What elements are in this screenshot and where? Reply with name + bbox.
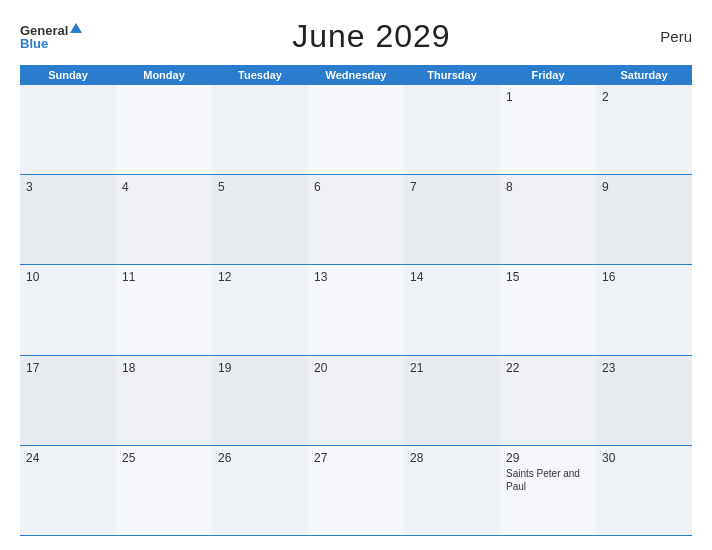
calendar-cell: 2: [596, 85, 692, 174]
calendar-cell: 22: [500, 356, 596, 445]
day-number: 17: [26, 361, 110, 375]
day-number: 30: [602, 451, 686, 465]
calendar-cell: 6: [308, 175, 404, 264]
header-sunday: Sunday: [20, 65, 116, 85]
calendar-cell: 1: [500, 85, 596, 174]
calendar-cell: 7: [404, 175, 500, 264]
logo-blue-text: Blue: [20, 37, 48, 50]
calendar-week-2: 3456789: [20, 175, 692, 265]
calendar-week-1: 12: [20, 85, 692, 175]
header: General Blue June 2029 Peru: [20, 18, 692, 55]
calendar-cell: 24: [20, 446, 116, 535]
day-number: 26: [218, 451, 302, 465]
logo: General Blue: [20, 24, 82, 50]
calendar-week-3: 10111213141516: [20, 265, 692, 355]
day-number: 2: [602, 90, 686, 104]
header-wednesday: Wednesday: [308, 65, 404, 85]
header-saturday: Saturday: [596, 65, 692, 85]
day-number: 13: [314, 270, 398, 284]
page: General Blue June 2029 Peru Sunday Monda…: [0, 0, 712, 550]
calendar-cell: [20, 85, 116, 174]
day-number: 21: [410, 361, 494, 375]
day-number: 8: [506, 180, 590, 194]
calendar-cell: 19: [212, 356, 308, 445]
day-number: 18: [122, 361, 206, 375]
header-thursday: Thursday: [404, 65, 500, 85]
day-number: 19: [218, 361, 302, 375]
calendar-cell: 25: [116, 446, 212, 535]
calendar-cell: [116, 85, 212, 174]
day-number: 6: [314, 180, 398, 194]
calendar-cell: 17: [20, 356, 116, 445]
header-friday: Friday: [500, 65, 596, 85]
calendar-cell: 13: [308, 265, 404, 354]
calendar-cell: 28: [404, 446, 500, 535]
calendar-cell: 27: [308, 446, 404, 535]
calendar-cell: 16: [596, 265, 692, 354]
day-number: 28: [410, 451, 494, 465]
calendar-cell: 23: [596, 356, 692, 445]
day-number: 29: [506, 451, 590, 465]
calendar-cell: 9: [596, 175, 692, 264]
calendar-cell: [212, 85, 308, 174]
calendar-cell: 20: [308, 356, 404, 445]
day-number: 11: [122, 270, 206, 284]
calendar-cell: 14: [404, 265, 500, 354]
calendar-cell: 12: [212, 265, 308, 354]
logo-general-text: General: [20, 24, 68, 37]
calendar: Sunday Monday Tuesday Wednesday Thursday…: [20, 65, 692, 536]
day-number: 16: [602, 270, 686, 284]
header-tuesday: Tuesday: [212, 65, 308, 85]
calendar-cell: 3: [20, 175, 116, 264]
day-number: 10: [26, 270, 110, 284]
calendar-cell: 8: [500, 175, 596, 264]
country-label: Peru: [660, 28, 692, 45]
calendar-cell: 4: [116, 175, 212, 264]
day-number: 9: [602, 180, 686, 194]
calendar-cell: [404, 85, 500, 174]
logo-triangle-icon: [70, 23, 82, 33]
calendar-cell: 11: [116, 265, 212, 354]
calendar-cell: 5: [212, 175, 308, 264]
calendar-header: Sunday Monday Tuesday Wednesday Thursday…: [20, 65, 692, 85]
day-event: Saints Peter and Paul: [506, 467, 590, 493]
calendar-cell: 21: [404, 356, 500, 445]
calendar-cell: 15: [500, 265, 596, 354]
day-number: 20: [314, 361, 398, 375]
calendar-body: 1234567891011121314151617181920212223242…: [20, 85, 692, 536]
calendar-cell: 29Saints Peter and Paul: [500, 446, 596, 535]
calendar-cell: 30: [596, 446, 692, 535]
day-number: 5: [218, 180, 302, 194]
day-number: 23: [602, 361, 686, 375]
calendar-title: June 2029: [292, 18, 450, 55]
day-number: 27: [314, 451, 398, 465]
day-number: 24: [26, 451, 110, 465]
day-number: 15: [506, 270, 590, 284]
day-number: 1: [506, 90, 590, 104]
calendar-cell: 10: [20, 265, 116, 354]
day-number: 22: [506, 361, 590, 375]
day-number: 4: [122, 180, 206, 194]
header-monday: Monday: [116, 65, 212, 85]
calendar-week-5: 242526272829Saints Peter and Paul30: [20, 446, 692, 536]
day-number: 3: [26, 180, 110, 194]
day-number: 7: [410, 180, 494, 194]
day-number: 12: [218, 270, 302, 284]
calendar-week-4: 17181920212223: [20, 356, 692, 446]
day-number: 14: [410, 270, 494, 284]
calendar-cell: 26: [212, 446, 308, 535]
day-number: 25: [122, 451, 206, 465]
calendar-cell: 18: [116, 356, 212, 445]
calendar-cell: [308, 85, 404, 174]
